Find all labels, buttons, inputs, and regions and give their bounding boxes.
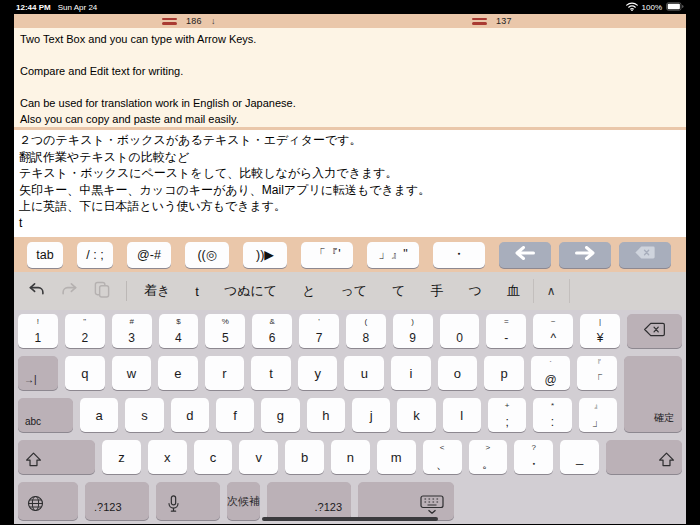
key-label: w	[127, 366, 136, 381]
shift-left[interactable]	[18, 440, 95, 474]
cursor-left-button[interactable]	[499, 242, 551, 268]
tab-key[interactable]: →|	[18, 356, 58, 390]
key-5[interactable]: %5	[205, 314, 245, 348]
candidate[interactable]: 着き	[144, 282, 170, 300]
accessory-key-5[interactable]: 「『'	[301, 242, 353, 268]
key-h[interactable]: h	[307, 398, 345, 432]
delete-button[interactable]	[619, 242, 671, 268]
accessory-key-3[interactable]: ((◎	[185, 242, 229, 268]
accessory-key-2[interactable]: @-#	[127, 242, 171, 268]
key-j[interactable]: j	[352, 398, 390, 432]
backspace[interactable]	[627, 314, 682, 348]
key-z[interactable]: z	[102, 440, 141, 474]
undo-button[interactable]	[28, 282, 45, 300]
home-indicator[interactable]	[262, 517, 438, 521]
key-label: c	[210, 450, 217, 465]
key-_[interactable]: _	[560, 440, 599, 474]
key-f[interactable]: f	[216, 398, 254, 432]
key-n[interactable]: n	[331, 440, 370, 474]
numbers-left[interactable]: .?123	[85, 482, 149, 520]
dismiss[interactable]	[358, 482, 454, 520]
key-6[interactable]: &6	[252, 314, 292, 348]
key-r[interactable]: r	[205, 356, 245, 390]
paste-button[interactable]	[94, 281, 110, 301]
key-e[interactable]: e	[158, 356, 198, 390]
abc-key[interactable]: abc	[18, 398, 73, 432]
numbers-right[interactable]: .?123	[267, 482, 351, 520]
key-l[interactable]: l	[443, 398, 481, 432]
key-@[interactable]: `@	[531, 356, 571, 390]
key-0[interactable]: 0	[440, 314, 480, 348]
japanese-textbox[interactable]: ２つのテキスト・ボックスがあるテキスト・エディターです。翻訳作業やテキストの比較…	[14, 130, 686, 237]
key-b[interactable]: b	[285, 440, 324, 474]
accessory-key-tab[interactable]: tab	[27, 242, 63, 268]
key-label: m	[391, 450, 402, 465]
key-m[interactable]: m	[377, 440, 416, 474]
key-1[interactable]: !1	[18, 314, 58, 348]
status-time: 12:44 PM	[16, 3, 51, 12]
key-7[interactable]: '7	[299, 314, 339, 348]
shift-right[interactable]	[606, 440, 682, 474]
battery-icon	[666, 2, 684, 13]
english-textbox[interactable]: Two Text Box and you can type with Arrow…	[14, 28, 686, 127]
key-t[interactable]: t	[251, 356, 291, 390]
key-。[interactable]: >。	[469, 440, 508, 474]
candidate[interactable]: つぬにて	[224, 282, 277, 300]
key-:[interactable]: *:	[533, 398, 571, 432]
candidate[interactable]: 血	[507, 282, 520, 300]
key-o[interactable]: o	[438, 356, 478, 390]
key-¥[interactable]: |¥	[580, 314, 620, 348]
key-8[interactable]: (8	[346, 314, 386, 348]
candidate[interactable]: って	[340, 282, 367, 300]
key-x[interactable]: x	[148, 440, 187, 474]
key-c[interactable]: c	[194, 440, 233, 474]
key-g[interactable]: g	[261, 398, 299, 432]
key-;[interactable]: +;	[488, 398, 526, 432]
keyboard-row-home: abcasdfghjkl+;*:』」	[18, 398, 682, 432]
key-u[interactable]: u	[344, 356, 384, 390]
key-label: 4	[159, 332, 199, 344]
wifi-icon	[626, 2, 638, 13]
key-shift-label: |	[580, 317, 620, 326]
key-label: r	[222, 366, 226, 381]
accessory-key-4[interactable]: ))▶	[243, 242, 287, 268]
mic[interactable]	[156, 482, 220, 520]
key-9[interactable]: )9	[393, 314, 433, 348]
key-q[interactable]: q	[65, 356, 105, 390]
kakutei-enter-key[interactable]: 確定	[624, 356, 682, 432]
key-label: _	[576, 450, 583, 465]
key-s[interactable]: s	[125, 398, 163, 432]
key-a[interactable]: a	[80, 398, 118, 432]
cursor-right-button[interactable]	[559, 242, 611, 268]
key-「[interactable]: 『「	[577, 356, 617, 390]
space[interactable]: 次候補	[227, 482, 260, 520]
globe[interactable]	[18, 482, 78, 520]
key-d[interactable]: d	[171, 398, 209, 432]
accessory-key-6[interactable]: 」』"	[367, 242, 419, 268]
key-4[interactable]: $4	[159, 314, 199, 348]
expand-candidates-button[interactable]: ∧	[547, 284, 556, 298]
key-w[interactable]: w	[112, 356, 152, 390]
candidate[interactable]: て	[392, 282, 405, 300]
redo-button[interactable]	[61, 282, 78, 300]
key-i[interactable]: i	[391, 356, 431, 390]
key-shift-label: %	[205, 317, 245, 326]
key-・[interactable]: ?・	[514, 440, 553, 474]
key-^[interactable]: ~^	[533, 314, 573, 348]
key-、[interactable]: <、	[423, 440, 462, 474]
candidate[interactable]: 手	[430, 282, 443, 300]
key-v[interactable]: v	[239, 440, 278, 474]
keyboard-row-space: .?123次候補.?123	[18, 482, 682, 520]
key-」[interactable]: 』」	[579, 398, 617, 432]
candidate[interactable]: と	[302, 282, 315, 300]
key-p[interactable]: p	[484, 356, 524, 390]
key--[interactable]: =-	[486, 314, 526, 348]
accessory-key-7[interactable]: ・	[433, 242, 485, 268]
candidate[interactable]: つ	[468, 282, 481, 300]
accessory-key-1[interactable]: / : ;	[77, 242, 113, 268]
key-3[interactable]: #3	[112, 314, 152, 348]
candidate[interactable]: t	[195, 284, 199, 299]
key-2[interactable]: "2	[65, 314, 105, 348]
key-y[interactable]: y	[298, 356, 338, 390]
key-k[interactable]: k	[397, 398, 435, 432]
